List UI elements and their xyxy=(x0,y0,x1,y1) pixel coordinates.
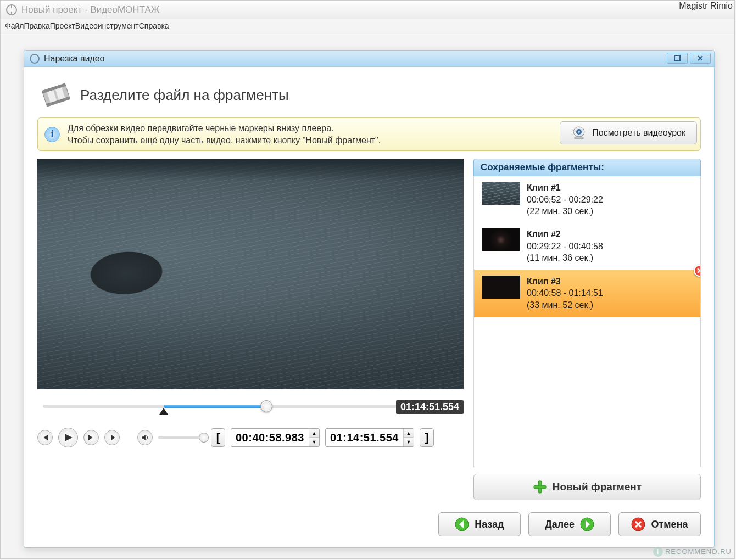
app-titlebar[interactable]: Новый проект - ВидеоМОНТАЖ xyxy=(1,1,734,19)
dialog-heading: Разделите файл на фрагменты xyxy=(80,87,289,104)
step-button[interactable] xyxy=(104,430,120,445)
fragment-meta: Клип #100:06:52 - 00:29:22(22 мин. 30 се… xyxy=(527,182,603,217)
set-start-button[interactable]: [ xyxy=(211,428,225,447)
info-text: Для обрезки видео передвигайте черные ма… xyxy=(68,122,381,146)
app-icon xyxy=(6,4,17,15)
timeline-playhead[interactable] xyxy=(260,400,272,412)
fragments-header: Сохраняемые фрагменты: xyxy=(473,159,701,176)
cut-dialog: Нарезка видео Разделите файл на фрагмент… xyxy=(24,50,715,548)
volume-button[interactable] xyxy=(137,430,153,445)
dialog-icon xyxy=(30,54,40,64)
volume-slider[interactable] xyxy=(158,436,205,439)
fragment-thumbnail xyxy=(482,228,520,251)
fragment-item[interactable]: Клип #300:40:58 - 01:14:51(33 мин. 52 се… xyxy=(474,270,700,317)
fragment-thumbnail xyxy=(482,276,520,299)
next-frame-button[interactable] xyxy=(83,430,99,445)
timeline-total-time: 01:14:51.554 xyxy=(396,400,464,414)
dialog-heading-row: Разделите файл на фрагменты xyxy=(37,76,701,110)
fragments-list: Клип #100:06:52 - 00:29:22(22 мин. 30 се… xyxy=(473,176,701,467)
end-time-up[interactable]: ▲ xyxy=(404,429,414,438)
set-end-button[interactable]: ] xyxy=(420,428,434,447)
svg-point-8 xyxy=(578,131,580,133)
menu-file[interactable]: Файл xyxy=(5,21,24,30)
start-time-up[interactable]: ▲ xyxy=(309,429,319,438)
menubar: Файл Правка Проект Видеоинструмент Справ… xyxy=(1,19,734,32)
play-button[interactable] xyxy=(58,428,78,447)
dialog-close-button[interactable] xyxy=(690,53,711,64)
svg-rect-10 xyxy=(534,485,546,489)
cancel-icon xyxy=(631,517,645,531)
end-time-input[interactable]: 01:14:51.554 ▲▼ xyxy=(325,428,414,447)
video-preview[interactable] xyxy=(37,159,464,389)
watermark-bottom: iRECOMMEND.RU xyxy=(653,547,732,557)
dialog-titlebar[interactable]: Нарезка видео xyxy=(24,51,714,67)
start-time-input[interactable]: 00:40:58.983 ▲▼ xyxy=(231,428,320,447)
fragment-item[interactable]: Клип #100:06:52 - 00:29:22(22 мин. 30 се… xyxy=(474,176,700,223)
app-title: Новый проект - ВидеоМОНТАЖ xyxy=(21,4,159,15)
next-button[interactable]: Далее xyxy=(528,512,611,536)
filmstrip-icon xyxy=(41,82,71,108)
timeline[interactable]: 01:14:51.554 xyxy=(37,397,464,419)
fragment-meta: Клип #300:40:58 - 01:14:51(33 мин. 52 се… xyxy=(527,276,603,311)
fragment-delete-button[interactable]: ✕ xyxy=(694,265,701,277)
plus-icon xyxy=(533,480,547,494)
menu-help[interactable]: Справка xyxy=(139,21,169,30)
cancel-button[interactable]: Отмена xyxy=(618,512,701,536)
menu-project[interactable]: Проект xyxy=(50,21,75,30)
fragment-item[interactable]: Клип #200:29:22 - 00:40:58(11 мин. 36 се… xyxy=(474,223,700,270)
arrow-left-icon xyxy=(455,517,469,531)
info-icon: i xyxy=(44,127,60,142)
arrow-right-icon xyxy=(580,517,594,531)
back-button[interactable]: Назад xyxy=(438,512,521,536)
app-window: Новый проект - ВидеоМОНТАЖ Файл Правка П… xyxy=(0,0,735,559)
menu-edit[interactable]: Правка xyxy=(24,21,49,30)
dialog-maximize-button[interactable] xyxy=(667,53,688,64)
start-time-down[interactable]: ▼ xyxy=(309,438,319,446)
dialog-title: Нарезка видео xyxy=(44,54,105,64)
info-strip: i Для обрезки видео передвигайте черные … xyxy=(37,117,701,151)
fragment-thumbnail xyxy=(482,182,520,205)
timeline-start-marker[interactable] xyxy=(159,408,168,415)
prev-frame-button[interactable] xyxy=(37,430,53,445)
end-time-down[interactable]: ▼ xyxy=(404,438,414,446)
new-fragment-button[interactable]: Новый фрагмент xyxy=(473,474,701,500)
watch-tutorial-button[interactable]: Посмотреть видеоурок xyxy=(560,121,697,144)
webcam-icon xyxy=(571,125,587,141)
fragment-meta: Клип #200:29:22 - 00:40:58(11 мин. 36 се… xyxy=(527,228,603,264)
watermark-top: Magistr Rimio xyxy=(676,0,736,12)
svg-rect-0 xyxy=(674,55,680,61)
menu-videotool[interactable]: Видеоинструмент xyxy=(75,21,139,30)
